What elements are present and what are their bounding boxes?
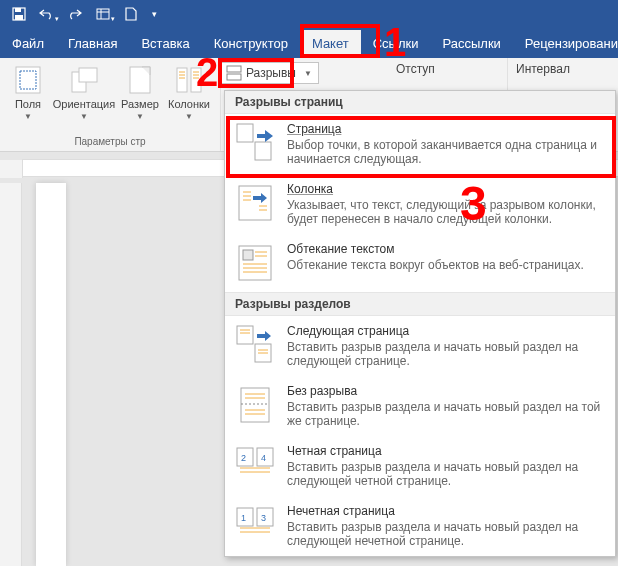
chevron-down-icon: ▾ xyxy=(111,15,115,23)
tab-file[interactable]: Файл xyxy=(0,30,56,58)
page-setup-group: Поля▼ Ориентация▼ Размер▼ Колонки▼ Парам… xyxy=(0,58,221,151)
menu-item-odd[interactable]: 13 Нечетная страница Вставить разрыв раз… xyxy=(225,496,615,556)
vertical-ruler[interactable] xyxy=(0,183,22,566)
menu-item-title: Колонка xyxy=(287,182,605,196)
menu-item-even[interactable]: 24 Четная страница Вставить разрыв разде… xyxy=(225,436,615,496)
size-button[interactable]: Размер▼ xyxy=(118,62,162,123)
new-doc-button[interactable] xyxy=(118,3,144,25)
menu-item-desc: Выбор точки, в которой заканчивается одн… xyxy=(287,138,605,166)
margins-label: Поля xyxy=(15,98,41,110)
svg-text:4: 4 xyxy=(261,453,266,463)
menu-item-desc: Вставить разрыв раздела и начать новый р… xyxy=(287,340,605,368)
menu-item-title: Без разрыва xyxy=(287,384,605,398)
columns-icon xyxy=(173,64,205,96)
svg-text:3: 3 xyxy=(261,513,266,523)
breaks-label: Разрывы xyxy=(246,66,296,80)
menu-section-section-breaks: Разрывы разделов xyxy=(225,292,615,316)
menu-item-textwrap[interactable]: Обтекание текстом Обтекание текста вокру… xyxy=(225,234,615,292)
columns-button[interactable]: Колонки▼ xyxy=(164,62,214,123)
tab-layout[interactable]: Макет xyxy=(300,30,361,58)
save-button[interactable] xyxy=(6,3,32,25)
undo-button[interactable]: ▾ xyxy=(34,3,60,25)
page-setup-group-label: Параметры стр xyxy=(74,136,145,147)
chevron-down-icon: ▾ xyxy=(55,15,59,23)
size-icon xyxy=(124,64,156,96)
chevron-down-icon: ▼ xyxy=(185,112,193,121)
menu-item-title: Обтекание текстом xyxy=(287,242,584,256)
margins-button[interactable]: Поля▼ xyxy=(6,62,50,123)
menu-item-nextpage[interactable]: Следующая страница Вставить разрыв разде… xyxy=(225,316,615,376)
redo-button[interactable] xyxy=(62,3,88,25)
margins-icon xyxy=(12,64,44,96)
svg-rect-1 xyxy=(15,8,21,12)
chevron-down-icon: ▼ xyxy=(80,112,88,121)
orientation-label: Ориентация xyxy=(53,98,115,110)
tab-mailings[interactable]: Рассылки xyxy=(430,30,512,58)
svg-text:1: 1 xyxy=(241,513,246,523)
qat-customize-button[interactable]: ▾ xyxy=(146,3,162,25)
menu-item-title: Нечетная страница xyxy=(287,504,605,518)
svg-rect-22 xyxy=(255,142,271,160)
svg-rect-20 xyxy=(227,74,241,80)
quick-access-toolbar: ▾ ▾ ▾ xyxy=(0,0,618,28)
svg-rect-9 xyxy=(79,68,97,82)
chevron-down-icon: ▼ xyxy=(136,112,144,121)
svg-rect-42 xyxy=(241,388,269,422)
breaks-button[interactable]: Разрывы ▼ xyxy=(221,62,319,84)
orientation-icon xyxy=(68,64,100,96)
svg-rect-21 xyxy=(237,124,253,142)
svg-rect-2 xyxy=(15,15,23,20)
textwrap-break-icon xyxy=(235,242,275,284)
menu-item-title: Следующая страница xyxy=(287,324,605,338)
column-break-icon xyxy=(235,182,275,224)
indent-label: Отступ xyxy=(396,62,499,76)
menu-item-title: Четная страница xyxy=(287,444,605,458)
columns-label: Колонки xyxy=(168,98,210,110)
menu-item-desc: Обтекание текста вокруг объектов на веб-… xyxy=(287,258,584,272)
svg-rect-3 xyxy=(97,9,109,19)
tab-references[interactable]: Ссылки xyxy=(361,30,431,58)
oddpage-break-icon: 13 xyxy=(235,504,275,546)
breaks-icon xyxy=(226,65,242,81)
breaks-dropdown-menu: Разрывы страниц Страница Выбор точки, в … xyxy=(224,90,616,557)
menu-item-continuous[interactable]: Без разрыва Вставить разрыв раздела и на… xyxy=(225,376,615,436)
svg-rect-36 xyxy=(237,326,253,344)
svg-text:2: 2 xyxy=(241,453,246,463)
page-break-icon xyxy=(235,122,275,164)
ribbon-tabs: Файл Главная Вставка Конструктор Макет С… xyxy=(0,28,618,58)
tab-design[interactable]: Конструктор xyxy=(202,30,300,58)
svg-rect-19 xyxy=(227,66,241,72)
table-button[interactable]: ▾ xyxy=(90,3,116,25)
menu-item-desc: Вставить разрыв раздела и начать новый р… xyxy=(287,400,605,428)
evenpage-break-icon: 24 xyxy=(235,444,275,486)
menu-item-desc: Вставить разрыв раздела и начать новый р… xyxy=(287,520,605,548)
document-page[interactable] xyxy=(36,183,66,566)
menu-item-title: Страница xyxy=(287,122,605,136)
tab-home[interactable]: Главная xyxy=(56,30,129,58)
svg-rect-30 xyxy=(243,250,253,260)
interval-label: Интервал xyxy=(516,62,610,76)
orientation-button[interactable]: Ориентация▼ xyxy=(52,62,116,123)
continuous-break-icon xyxy=(235,384,275,426)
chevron-down-icon: ▼ xyxy=(304,69,312,78)
tab-review[interactable]: Рецензирование xyxy=(513,30,618,58)
tab-insert[interactable]: Вставка xyxy=(129,30,201,58)
nextpage-break-icon xyxy=(235,324,275,366)
menu-item-column[interactable]: Колонка Указывает, что текст, следующий … xyxy=(225,174,615,234)
menu-item-desc: Вставить разрыв раздела и начать новый р… xyxy=(287,460,605,488)
svg-rect-23 xyxy=(239,186,271,220)
chevron-down-icon: ▼ xyxy=(24,112,32,121)
menu-item-desc: Указывает, что текст, следующий за разры… xyxy=(287,198,605,226)
menu-item-page[interactable]: Страница Выбор точки, в которой заканчив… xyxy=(225,114,615,174)
menu-section-page-breaks: Разрывы страниц xyxy=(225,91,615,114)
size-label: Размер xyxy=(121,98,159,110)
